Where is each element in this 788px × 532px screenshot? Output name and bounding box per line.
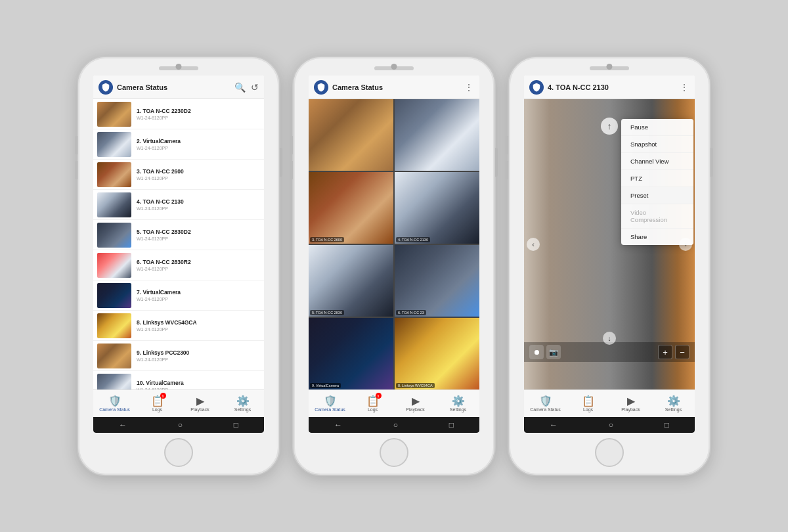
context-menu-item-share[interactable]: Share bbox=[621, 229, 693, 245]
nav-item-logs[interactable]: 📋 1 Logs bbox=[136, 390, 179, 417]
home-button-2[interactable] bbox=[380, 438, 408, 467]
menu-icon-2[interactable]: ⋮ bbox=[464, 82, 474, 93]
nav-label: Settings bbox=[665, 407, 682, 412]
grid-cell-label: 8. Linksys WVC54CA bbox=[396, 383, 435, 388]
nav-icon: ⚙️ bbox=[452, 396, 465, 407]
camera-name: 9. Linksys PCC2300 bbox=[137, 349, 260, 357]
camera-sub: W1-24-6120PP bbox=[137, 116, 260, 120]
vol-up-btn-2[interactable] bbox=[290, 136, 293, 154]
home-button-3[interactable] bbox=[595, 438, 624, 467]
back-btn-2[interactable]: ← bbox=[334, 420, 342, 430]
refresh-icon-1[interactable]: ↺ bbox=[251, 82, 259, 93]
home-button-1[interactable] bbox=[164, 438, 193, 467]
nav-icon: ▶ bbox=[412, 396, 420, 407]
camera-item[interactable]: 2. VirtualCamera W1-24-6120PP bbox=[93, 129, 264, 160]
camera-info: 1. TOA N-CC 2230D2 W1-24-6120PP bbox=[137, 108, 260, 120]
zoom-out-btn[interactable]: − bbox=[675, 345, 690, 359]
grid-cell[interactable]: 4. TOA N-CC 2130 bbox=[395, 172, 479, 244]
nav-icon: ⚙️ bbox=[236, 396, 250, 407]
recent-btn-3[interactable]: □ bbox=[665, 420, 669, 430]
vol-down-btn-1[interactable] bbox=[75, 161, 77, 179]
grid-cell[interactable] bbox=[309, 99, 393, 171]
camera-name: 6. TOA N-CC 2830R2 bbox=[137, 259, 260, 266]
power-btn-3[interactable] bbox=[711, 148, 713, 177]
app-icon-3 bbox=[529, 80, 544, 95]
grid-cell[interactable]: 6. TOA N-CC 23 bbox=[395, 245, 479, 317]
app-header-2: Camera Status ⋮ bbox=[309, 76, 479, 99]
camera-sub: W1-24-6120PP bbox=[137, 236, 260, 241]
home-btn-2[interactable]: ○ bbox=[393, 420, 398, 430]
grid-cell[interactable] bbox=[395, 99, 479, 171]
context-menu-item-pause[interactable]: Pause bbox=[621, 119, 693, 136]
grid-cell-label: 5. TOA N-CC 2830 bbox=[310, 310, 344, 315]
nav-item-settings[interactable]: ⚙️ Settings bbox=[652, 390, 695, 417]
menu-icon-3[interactable]: ⋮ bbox=[680, 82, 690, 93]
nav-item-camera-status[interactable]: 🛡️ Camera Status bbox=[93, 390, 136, 417]
power-btn-1[interactable] bbox=[280, 148, 282, 177]
zoom-in-btn[interactable]: + bbox=[658, 345, 672, 359]
context-menu-item-channel-view[interactable]: Channel View bbox=[621, 153, 693, 170]
nav-item-camera-status[interactable]: 🛡️ Camera Status bbox=[524, 390, 567, 417]
camera-name: 1. TOA N-CC 2230D2 bbox=[137, 108, 260, 115]
vol-down-btn-3[interactable] bbox=[506, 161, 508, 179]
grid-cell[interactable]: 5. TOA N-CC 2830 bbox=[309, 245, 393, 317]
back-btn-3[interactable]: ← bbox=[550, 420, 558, 430]
nav-item-logs[interactable]: 📋 1 Logs bbox=[351, 390, 394, 417]
camera-item[interactable]: 10. VirtualCamera W1-24-6120PP bbox=[93, 371, 264, 389]
camera-thumbnail bbox=[97, 223, 131, 248]
nav-item-settings[interactable]: ⚙️ Settings bbox=[221, 390, 264, 417]
ptz-down-btn[interactable]: ↓ bbox=[603, 332, 616, 345]
power-btn-2[interactable] bbox=[495, 148, 498, 177]
nav-icon: 🛡️ bbox=[108, 396, 121, 407]
camera-item[interactable]: 5. TOA N-CC 2830D2 W1-24-6120PP bbox=[93, 220, 264, 250]
ptz-up-btn[interactable]: ↑ bbox=[601, 118, 618, 135]
camera-sub: W1-24-6120PP bbox=[137, 267, 260, 271]
camera-info: 4. TOA N-CC 2130 W1-24-6120PP bbox=[137, 198, 260, 210]
ptz-left-btn[interactable]: ‹ bbox=[527, 238, 540, 251]
recent-btn-1[interactable]: □ bbox=[234, 420, 238, 430]
nav-item-logs[interactable]: 📋 Logs bbox=[567, 390, 609, 417]
nav-item-playback[interactable]: ▶ Playback bbox=[179, 390, 221, 417]
back-btn-1[interactable]: ← bbox=[119, 420, 127, 430]
nav-item-playback[interactable]: ▶ Playback bbox=[609, 390, 652, 417]
context-menu-item-preset[interactable]: Preset bbox=[621, 187, 693, 204]
camera-item[interactable]: 9. Linksys PCC2300 W1-24-6120PP bbox=[93, 341, 264, 371]
search-icon-1[interactable]: 🔍 bbox=[234, 82, 246, 93]
front-camera-2 bbox=[391, 64, 397, 70]
camera-list-1: 1. TOA N-CC 2230D2 W1-24-6120PP 2. Virtu… bbox=[93, 99, 264, 389]
camera-item[interactable]: 8. Linksys WVC54GCA W1-24-6120PP bbox=[93, 311, 264, 341]
camera-item[interactable]: 3. TOA N-CC 2600 W1-24-6120PP bbox=[93, 160, 264, 190]
camera-name: 5. TOA N-CC 2830D2 bbox=[137, 229, 260, 236]
context-menu-item-snapshot[interactable]: Snapshot bbox=[621, 136, 693, 153]
home-btn-3[interactable]: ○ bbox=[609, 420, 613, 430]
camera-name: 7. VirtualCamera bbox=[137, 289, 260, 296]
camera-name: 3. TOA N-CC 2600 bbox=[137, 168, 260, 175]
camera-info: 2. VirtualCamera W1-24-6120PP bbox=[137, 138, 260, 150]
nav-label: Camera Status bbox=[530, 407, 561, 412]
recent-btn-2[interactable]: □ bbox=[449, 420, 454, 430]
camera-name: 2. VirtualCamera bbox=[137, 138, 260, 145]
camera-item[interactable]: 1. TOA N-CC 2230D2 W1-24-6120PP bbox=[93, 99, 264, 129]
vol-up-btn-1[interactable] bbox=[75, 136, 77, 154]
grid-cell-label: 6. TOA N-CC 23 bbox=[396, 310, 426, 315]
phone-2: Camera Status ⋮ 3. TOA N-CC 26004. TOA N… bbox=[292, 56, 496, 476]
camera-item[interactable]: 6. TOA N-CC 2830R2 W1-24-6120PP bbox=[93, 250, 264, 280]
camera-item[interactable]: 7. VirtualCamera W1-24-6120PP bbox=[93, 280, 264, 311]
context-menu-item-ptz[interactable]: PTZ bbox=[621, 170, 693, 187]
vol-up-btn-3[interactable] bbox=[506, 136, 508, 154]
snapshot-btn[interactable]: 📷 bbox=[546, 345, 561, 359]
grid-cell-label: 3. TOA N-CC 2600 bbox=[310, 237, 344, 242]
nav-item-camera-status[interactable]: 🛡️ Camera Status bbox=[309, 390, 351, 417]
app-icon-2 bbox=[314, 80, 328, 95]
camera-item[interactable]: 4. TOA N-CC 2130 W1-24-6120PP bbox=[93, 190, 264, 220]
nav-item-settings[interactable]: ⚙️ Settings bbox=[437, 390, 479, 417]
grid-cell[interactable]: 3. TOA N-CC 2600 bbox=[309, 172, 393, 244]
grid-cell[interactable]: 8. Linksys WVC54CA bbox=[395, 318, 479, 389]
vol-down-btn-2[interactable] bbox=[290, 161, 293, 179]
nav-item-playback[interactable]: ▶ Playback bbox=[394, 390, 437, 417]
home-btn-1[interactable]: ○ bbox=[178, 420, 183, 430]
nav-label: Playback bbox=[621, 407, 640, 412]
camera-controls: ⏺ 📷 + − bbox=[524, 342, 695, 362]
grid-cell[interactable]: 9. VirtualCamera bbox=[309, 318, 393, 389]
record-btn[interactable]: ⏺ bbox=[529, 345, 544, 359]
